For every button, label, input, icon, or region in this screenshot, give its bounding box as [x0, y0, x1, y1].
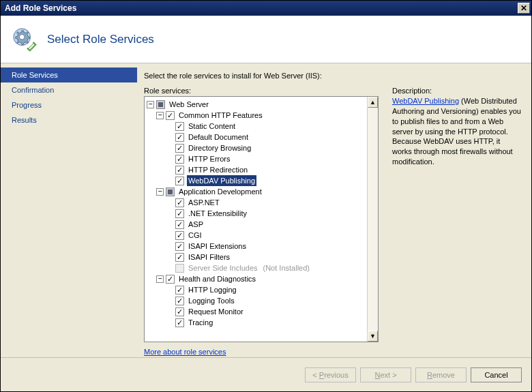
- tree-item-default-document[interactable]: Default Document: [147, 132, 367, 142]
- role-services-icon: [12, 27, 38, 52]
- collapse-icon[interactable]: −: [156, 275, 164, 283]
- checkbox[interactable]: [175, 297, 184, 305]
- instruction-text: Select the role services to install for …: [144, 72, 522, 80]
- tree-item-label[interactable]: Server Side Includes: [187, 262, 259, 273]
- scroll-down-icon[interactable]: ▼: [368, 331, 378, 342]
- tree-item-isapi-extensions[interactable]: ISAPI Extensions: [147, 241, 367, 252]
- tree-item-asp-net[interactable]: ASP.NET: [147, 197, 367, 208]
- sidebar-item-confirmation[interactable]: Confirmation: [1, 82, 137, 97]
- page-title: Select Role Services: [47, 33, 154, 46]
- tree-item-directory-browsing[interactable]: Directory Browsing: [147, 142, 367, 153]
- tree-item-isapi-filters[interactable]: ISAPI Filters: [147, 252, 367, 262]
- collapse-icon[interactable]: −: [147, 101, 154, 108]
- checkbox[interactable]: [175, 198, 184, 207]
- cancel-button[interactable]: Cancel: [471, 367, 522, 382]
- tree-item-cgi[interactable]: CGI: [147, 230, 367, 241]
- description-link[interactable]: WebDAV Publishing: [392, 97, 459, 105]
- checkbox[interactable]: [175, 318, 184, 327]
- header: Select Role Services: [1, 16, 531, 63]
- checkbox[interactable]: [156, 100, 165, 109]
- tree-item-web-server[interactable]: −Web Server: [147, 99, 367, 110]
- tree-item-label[interactable]: ISAPI Extensions: [187, 241, 248, 252]
- footer: < Previous Next > Remove Cancel: [1, 357, 531, 391]
- tree-item-http-errors[interactable]: HTTP Errors: [147, 153, 367, 164]
- window-title: Add Role Services: [5, 3, 518, 13]
- collapse-icon[interactable]: −: [156, 188, 164, 196]
- wizard-window: Add Role Services ✕ Select Role Services…: [0, 0, 532, 392]
- tree-item-logging-tools[interactable]: Logging Tools: [147, 295, 367, 306]
- close-icon[interactable]: ✕: [518, 3, 530, 14]
- checkbox[interactable]: [175, 242, 184, 251]
- scroll-track[interactable]: [368, 108, 378, 331]
- checkbox[interactable]: [175, 166, 184, 175]
- tree-item-label[interactable]: CGI: [187, 230, 203, 241]
- checkbox[interactable]: [175, 220, 184, 229]
- tree-item-server-side-includes[interactable]: Server Side Includes(Not Installed): [147, 262, 367, 273]
- tree-item-label[interactable]: .NET Extensibility: [187, 208, 248, 219]
- checkbox[interactable]: [166, 275, 175, 284]
- scroll-up-icon[interactable]: ▲: [368, 97, 378, 108]
- tree-item-label[interactable]: Logging Tools: [187, 295, 236, 306]
- tree-item-label[interactable]: Request Monitor: [187, 306, 245, 317]
- tree-item-label[interactable]: Application Development: [177, 186, 263, 197]
- checkbox[interactable]: [175, 122, 184, 131]
- titlebar: Add Role Services ✕: [1, 1, 531, 16]
- tree-item-label[interactable]: Default Document: [187, 132, 250, 142]
- next-button[interactable]: Next >: [360, 367, 411, 382]
- tree-item-label[interactable]: Tracing: [187, 317, 214, 328]
- sidebar-item-progress[interactable]: Progress: [1, 97, 137, 112]
- description-text: WebDAV Publishing (Web Distributed Autho…: [392, 96, 522, 167]
- tree-label: Role services:: [144, 87, 379, 95]
- body: Role ServicesConfirmationProgressResults…: [1, 63, 531, 357]
- main-panel: Select the role services to install for …: [137, 63, 531, 357]
- checkbox[interactable]: [175, 307, 184, 316]
- tree-item-asp[interactable]: ASP: [147, 219, 367, 230]
- checkbox: [175, 264, 184, 273]
- role-services-tree[interactable]: −Web Server−Common HTTP FeaturesStatic C…: [144, 96, 379, 342]
- previous-button[interactable]: < Previous: [305, 367, 356, 382]
- collapse-icon[interactable]: −: [156, 112, 164, 119]
- description-label: Description:: [392, 87, 522, 95]
- sidebar: Role ServicesConfirmationProgressResults: [1, 63, 137, 357]
- install-state-note: (Not Installed): [263, 262, 310, 273]
- remove-button[interactable]: Remove: [415, 367, 467, 382]
- tree-item-http-redirection[interactable]: HTTP Redirection: [147, 164, 367, 175]
- sidebar-item-role-services[interactable]: Role Services: [1, 67, 137, 82]
- tree-item-label[interactable]: ISAPI Filters: [187, 252, 231, 262]
- tree-item-tracing[interactable]: Tracing: [147, 317, 367, 328]
- tree-item-label[interactable]: HTTP Redirection: [187, 164, 249, 175]
- sidebar-item-results[interactable]: Results: [1, 112, 137, 127]
- tree-item-label[interactable]: Static Content: [187, 121, 237, 132]
- tree-item-label[interactable]: Web Server: [168, 99, 210, 110]
- tree-item-health-and-diagnostics[interactable]: −Health and Diagnostics: [147, 273, 367, 284]
- tree-item-label[interactable]: WebDAV Publishing: [187, 175, 256, 186]
- description-body: (Web Distributed Authoring and Versionin…: [392, 97, 521, 166]
- tree-item-label[interactable]: Health and Diagnostics: [177, 273, 257, 284]
- scrollbar[interactable]: ▲ ▼: [367, 97, 378, 342]
- tree-item-application-development[interactable]: −Application Development: [147, 186, 367, 197]
- checkbox[interactable]: [175, 177, 184, 185]
- more-link[interactable]: More about role services: [144, 348, 226, 356]
- checkbox[interactable]: [175, 144, 184, 153]
- tree-item--net-extensibility[interactable]: .NET Extensibility: [147, 208, 367, 219]
- checkbox[interactable]: [175, 209, 184, 218]
- checkbox[interactable]: [166, 187, 175, 196]
- checkbox[interactable]: [175, 133, 184, 142]
- tree-item-label[interactable]: Directory Browsing: [187, 142, 252, 153]
- checkbox[interactable]: [175, 231, 184, 240]
- tree-item-label[interactable]: Common HTTP Features: [177, 110, 264, 121]
- tree-item-label[interactable]: HTTP Errors: [187, 153, 232, 164]
- tree-item-label[interactable]: ASP: [187, 219, 205, 230]
- checkbox[interactable]: [175, 253, 184, 262]
- checkbox[interactable]: [175, 155, 184, 164]
- checkbox[interactable]: [166, 111, 175, 120]
- tree-item-label[interactable]: ASP.NET: [187, 197, 221, 208]
- tree-item-request-monitor[interactable]: Request Monitor: [147, 306, 367, 317]
- tree-item-webdav-publishing[interactable]: WebDAV Publishing: [147, 175, 367, 186]
- checkbox[interactable]: [175, 286, 184, 295]
- tree-item-common-http-features[interactable]: −Common HTTP Features: [147, 110, 367, 121]
- tree-item-label[interactable]: HTTP Logging: [187, 284, 238, 295]
- svg-point-1: [19, 34, 25, 40]
- tree-item-http-logging[interactable]: HTTP Logging: [147, 284, 367, 295]
- tree-item-static-content[interactable]: Static Content: [147, 121, 367, 132]
